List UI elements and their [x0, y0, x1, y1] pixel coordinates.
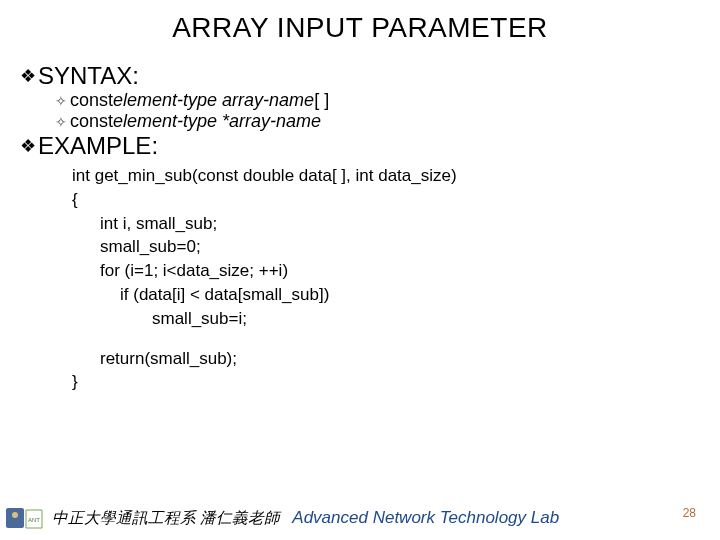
- slide-container: ARRAY INPUT PARAMETER ❖ SYNTAX: ✧ const …: [0, 0, 720, 540]
- code-line: }: [72, 370, 696, 394]
- code-line: int i, small_sub;: [100, 212, 696, 236]
- page-number: 28: [683, 506, 696, 520]
- footer-en-text: Advanced Network Technology Lab: [292, 508, 559, 528]
- section-example-heading: ❖ EXAMPLE:: [20, 132, 696, 160]
- syntax-item-prefix: const: [70, 90, 113, 111]
- code-line: small_sub=0;: [100, 235, 696, 259]
- section-example-label: EXAMPLE:: [38, 132, 158, 160]
- code-line: return(small_sub);: [100, 347, 696, 371]
- diamond-outline-icon: ✧: [54, 93, 68, 109]
- syntax-item-italic: element-type *array-name: [113, 111, 321, 132]
- code-line: int get_min_sub(const double data[ ], in…: [72, 164, 696, 188]
- slide-title: ARRAY INPUT PARAMETER: [24, 12, 696, 44]
- code-block: int get_min_sub(const double data[ ], in…: [72, 164, 696, 394]
- syntax-item-suffix: [ ]: [314, 90, 329, 111]
- syntax-item-2: ✧ const element-type *array-name: [54, 111, 696, 132]
- code-blank-line: [72, 331, 696, 347]
- section-syntax-label: SYNTAX:: [38, 62, 139, 90]
- diamond-bullet-icon: ❖: [20, 65, 36, 87]
- footer-logo-icon: ANT: [4, 502, 48, 534]
- code-line: small_sub=i;: [152, 307, 696, 331]
- syntax-item-italic: element-type array-name: [113, 90, 314, 111]
- code-line: for (i=1; i<data_size; ++i): [100, 259, 696, 283]
- section-syntax-heading: ❖ SYNTAX:: [20, 62, 696, 90]
- syntax-item-1: ✧ const element-type array-name [ ]: [54, 90, 696, 111]
- code-line: {: [72, 188, 696, 212]
- svg-point-1: [12, 512, 18, 518]
- svg-text:ANT: ANT: [28, 517, 40, 523]
- footer-cn-text: 中正大學通訊工程系 潘仁義老師: [52, 508, 280, 529]
- diamond-bullet-icon: ❖: [20, 135, 36, 157]
- code-line: if (data[i] < data[small_sub]): [120, 283, 696, 307]
- syntax-item-prefix: const: [70, 111, 113, 132]
- diamond-outline-icon: ✧: [54, 114, 68, 130]
- footer: ANT 中正大學通訊工程系 潘仁義老師 Advanced Network Tec…: [0, 502, 720, 534]
